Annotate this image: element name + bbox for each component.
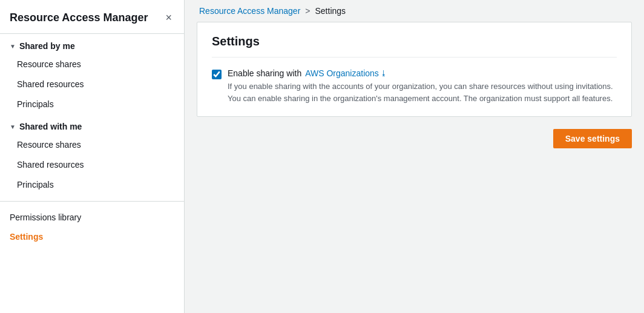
checkbox-label-prefix: Enable sharing with: [228, 68, 301, 78]
shared-by-me-label: Shared by me: [19, 41, 75, 51]
settings-panel-title: Settings: [212, 35, 617, 58]
breadcrumb-current: Settings: [315, 6, 346, 16]
shared-with-me-section: ▼ Shared with me Resource shares Shared …: [0, 114, 184, 195]
main-content: Resource Access Manager > Settings Setti…: [185, 0, 644, 313]
save-button-area: Save settings: [185, 129, 644, 160]
sidebar-item-settings-active[interactable]: Settings: [0, 227, 184, 246]
shared-by-me-section: ▼ Shared by me Resource shares Shared re…: [0, 34, 184, 114]
aws-organizations-link[interactable]: AWS Organizations ⭳: [305, 68, 387, 78]
shared-with-me-header[interactable]: ▼ Shared with me: [0, 114, 184, 135]
settings-panel: Settings Enable sharing with AWS Organiz…: [197, 22, 632, 117]
shared-by-me-header[interactable]: ▼ Shared by me: [0, 34, 184, 54]
checkbox-label: Enable sharing with AWS Organizations ⭳: [228, 68, 615, 78]
breadcrumb-link[interactable]: Resource Access Manager: [199, 6, 300, 16]
enable-sharing-row: Enable sharing with AWS Organizations ⭳ …: [212, 68, 617, 104]
sidebar-item-permissions-library[interactable]: Permissions library: [0, 208, 184, 227]
sidebar-item-shared-by-me-resource-shares[interactable]: Resource shares: [0, 54, 184, 74]
sidebar-item-shared-with-me-principals[interactable]: Principals: [0, 175, 184, 195]
external-link-icon: ⭳: [380, 69, 387, 77]
sidebar-item-shared-by-me-shared-resources[interactable]: Shared resources: [0, 74, 184, 94]
sidebar-item-shared-by-me-principals[interactable]: Principals: [0, 94, 184, 114]
checkbox-label-container: Enable sharing with AWS Organizations ⭳ …: [228, 68, 615, 104]
sidebar-item-shared-with-me-resource-shares[interactable]: Resource shares: [0, 135, 184, 155]
breadcrumb-separator: >: [305, 6, 310, 16]
enable-sharing-checkbox[interactable]: [212, 70, 222, 79]
shared-with-me-label: Shared with me: [19, 122, 82, 131]
sidebar-divider: [0, 201, 184, 202]
breadcrumb: Resource Access Manager > Settings: [185, 0, 644, 22]
close-button[interactable]: ×: [163, 11, 174, 24]
triangle-down-icon-2: ▼: [10, 124, 16, 130]
triangle-down-icon: ▼: [10, 43, 16, 50]
sidebar: Resource Access Manager × ▼ Shared by me…: [0, 0, 185, 313]
close-icon: ×: [165, 12, 172, 24]
sidebar-item-shared-with-me-shared-resources[interactable]: Shared resources: [0, 155, 184, 175]
checkbox-description: If you enable sharing with the accounts …: [228, 81, 615, 104]
sidebar-header: Resource Access Manager ×: [0, 0, 184, 34]
save-settings-button[interactable]: Save settings: [553, 129, 632, 148]
sidebar-title: Resource Access Manager: [10, 11, 148, 25]
